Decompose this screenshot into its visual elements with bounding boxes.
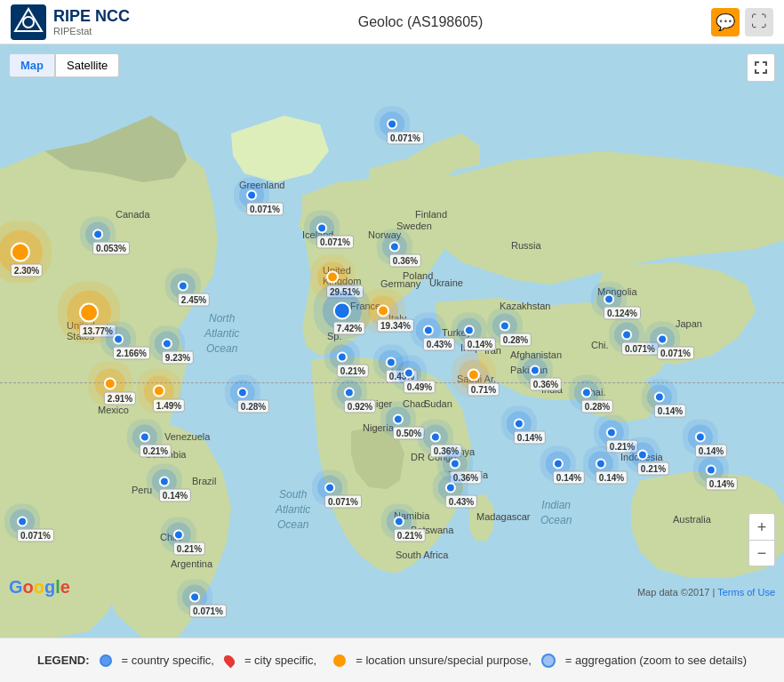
zoom-out-button[interactable]: −: [748, 540, 775, 566]
logo: RIPE NCC RIPEstat: [11, 4, 130, 40]
legend-title: LEGEND:: [37, 654, 90, 667]
marker-m32[interactable]: 0.71%: [468, 369, 500, 397]
marker-m43[interactable]: 0.21%: [637, 450, 669, 476]
marker-m41[interactable]: 0.14%: [596, 459, 628, 485]
marker-dot-m16: [316, 223, 327, 234]
map-type-satellite[interactable]: Satellite: [55, 53, 119, 77]
map-container[interactable]: Map Satellite Canada UnitedStates Mexico…: [0, 44, 784, 638]
marker-m28[interactable]: 0.36%: [430, 432, 462, 458]
marker-label-m46: 0.124%: [604, 307, 641, 320]
marker-m33[interactable]: 0.36%: [450, 459, 482, 485]
marker-label-m31: 0.28%: [500, 333, 532, 347]
marker-m14[interactable]: 0.28%: [237, 388, 269, 413]
marker-m44[interactable]: 0.14%: [695, 432, 727, 458]
marker-dot-m43: [637, 450, 648, 461]
marker-m21[interactable]: 7.42%: [333, 302, 365, 335]
map-data-credit: Map data ©2017 | Terms of Use: [637, 587, 775, 598]
marker-m38[interactable]: 0.28%: [581, 388, 613, 413]
google-logo: Google: [9, 577, 70, 598]
marker-m7[interactable]: 2.91%: [104, 378, 136, 405]
marker-label-m19: 29.51%: [326, 285, 364, 299]
marker-m39[interactable]: 0.21%: [606, 428, 638, 453]
marker-label-m4: 2.45%: [178, 293, 210, 307]
marker-m35[interactable]: 0.21%: [394, 517, 426, 542]
marker-dot-m38: [581, 388, 592, 398]
expand-button[interactable]: ⛶: [745, 8, 773, 36]
marker-m19[interactable]: 29.51%: [326, 271, 364, 299]
marker-label-m5: 2.166%: [113, 347, 150, 360]
marker-label-m6: 9.23%: [162, 351, 194, 365]
map-type-controls: Map Satellite: [9, 53, 119, 77]
marker-m24[interactable]: 0.92%: [344, 388, 376, 413]
marker-dot-m46: [604, 294, 614, 305]
marker-label-m39: 0.21%: [606, 440, 638, 453]
marker-m47[interactable]: 0.071%: [621, 330, 659, 356]
marker-dot-m35: [394, 517, 404, 527]
marker-m23[interactable]: 0.21%: [337, 352, 369, 378]
zoom-in-button[interactable]: +: [748, 513, 775, 540]
marker-m45[interactable]: 0.14%: [706, 465, 738, 491]
marker-dot-m7: [104, 378, 116, 390]
marker-dot-m30: [464, 325, 475, 336]
legend-country-dot: [100, 654, 112, 667]
marker-m31[interactable]: 0.28%: [500, 321, 532, 347]
marker-m34[interactable]: 0.43%: [445, 483, 477, 509]
marker-m5[interactable]: 2.166%: [113, 334, 150, 360]
marker-label-m10: 0.14%: [159, 489, 191, 502]
marker-m46[interactable]: 0.124%: [604, 294, 641, 320]
marker-m6[interactable]: 9.23%: [162, 339, 194, 365]
marker-m29[interactable]: 0.43%: [423, 325, 455, 351]
marker-m1[interactable]: 2.30%: [11, 243, 43, 277]
marker-m27[interactable]: 0.49%: [404, 368, 436, 394]
map-type-map[interactable]: Map: [9, 53, 55, 77]
marker-m22[interactable]: 19.34%: [377, 305, 414, 333]
marker-m42[interactable]: 0.14%: [654, 392, 686, 418]
marker-m25[interactable]: 0.50%: [393, 414, 425, 440]
marker-label-m36: 0.14%: [514, 431, 546, 445]
chat-button[interactable]: 💬: [711, 8, 740, 36]
marker-dot-m20: [389, 242, 400, 253]
legend-bar: LEGEND: = country specific, = city speci…: [0, 638, 784, 682]
marker-m17[interactable]: 0.071%: [387, 119, 424, 145]
marker-m2[interactable]: 0.053%: [92, 229, 130, 255]
marker-label-m24: 0.92%: [344, 400, 376, 413]
marker-m16[interactable]: 0.071%: [316, 223, 354, 249]
marker-dot-m29: [423, 325, 434, 336]
marker-label-m8: 1.49%: [153, 399, 185, 413]
marker-m48[interactable]: 0.071%: [657, 334, 694, 360]
marker-m4[interactable]: 2.45%: [178, 281, 210, 307]
marker-m10[interactable]: 0.14%: [159, 477, 191, 502]
fullscreen-button[interactable]: [747, 53, 775, 82]
marker-dot-m11: [173, 530, 184, 541]
marker-dot-m31: [500, 321, 510, 332]
marker-m18[interactable]: 0.071%: [246, 190, 284, 216]
marker-dot-m9: [140, 432, 150, 443]
marker-m20[interactable]: 0.36%: [389, 242, 421, 268]
marker-label-m44: 0.14%: [695, 445, 727, 458]
marker-m15[interactable]: 0.071%: [324, 483, 362, 509]
marker-m8[interactable]: 1.49%: [153, 385, 185, 413]
marker-dot-m39: [606, 428, 617, 438]
marker-m40[interactable]: 0.14%: [553, 459, 585, 485]
marker-m36[interactable]: 0.14%: [514, 419, 546, 445]
marker-m30[interactable]: 0.14%: [464, 325, 496, 351]
marker-label-m41: 0.14%: [596, 471, 628, 485]
marker-m3[interactable]: 13.77%: [79, 303, 116, 338]
marker-dot-m8: [153, 385, 165, 397]
marker-m9[interactable]: 0.21%: [140, 432, 172, 458]
marker-m12[interactable]: 0.071%: [17, 517, 54, 542]
terms-of-use-link[interactable]: Terms of Use: [717, 587, 775, 598]
logo-subtitle: RIPEstat: [53, 26, 130, 36]
marker-label-m13: 0.071%: [189, 605, 227, 618]
marker-m13[interactable]: 0.071%: [189, 592, 227, 618]
marker-label-m15: 0.071%: [324, 495, 362, 509]
fullscreen-icon: [754, 60, 768, 75]
marker-dot-m13: [189, 592, 200, 603]
marker-label-m38: 0.28%: [581, 400, 613, 413]
marker-m11[interactable]: 0.21%: [173, 530, 205, 556]
marker-dot-m6: [162, 339, 172, 349]
marker-dot-m1: [11, 243, 30, 262]
marker-label-m1: 2.30%: [11, 264, 43, 277]
marker-m37[interactable]: 0.36%: [530, 365, 562, 391]
marker-label-m16: 0.071%: [316, 236, 354, 249]
